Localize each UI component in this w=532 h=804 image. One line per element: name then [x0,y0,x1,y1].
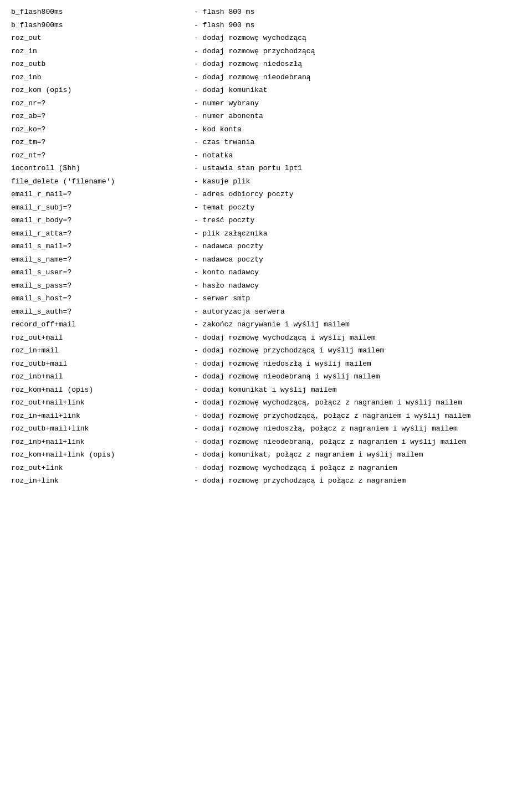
command-desc: - autoryzacja serwera [188,305,521,319]
table-row: roz_out+mail- dodaj rozmowę wychodzącą i… [11,331,521,345]
command-desc: - dodaj rozmowę wychodzącą [188,32,521,45]
table-row: roz_in+mail- dodaj rozmowę przychodzącą … [11,344,521,357]
table-row: roz_out+link- dodaj rozmowę wychodzącą i… [11,462,521,475]
command-key: roz_inb [11,71,188,84]
command-desc: - dodaj rozmowę wychodzącą i połącz z na… [188,462,521,475]
command-key: roz_kom+mail+link (opis) [11,448,188,462]
command-key: email_s_host=? [11,292,188,305]
table-row: roz_in- dodaj rozmowę przychodzącą [11,45,521,58]
command-key: email_s_mail=? [11,240,188,253]
table-row: roz_inb- dodaj rozmowę nieodebraną [11,71,521,84]
command-key: roz_out [11,32,188,45]
command-key: roz_kom+mail (opis) [11,383,188,397]
command-desc: - dodaj rozmowę niedoszłą i wyślij maile… [188,357,521,371]
table-row: roz_inb+mail+link- dodaj rozmowę nieodeb… [11,436,521,449]
command-key: email_r_atta=? [11,227,188,240]
command-key: email_r_body=? [11,214,188,227]
table-row: roz_nr=?- numer wybrany [11,97,521,110]
command-key: roz_in+link [11,474,188,488]
command-key: iocontroll ($hh) [11,162,188,175]
command-desc: - numer abonenta [188,110,521,123]
command-key: roz_outb [11,58,188,71]
command-desc: - dodaj rozmowę przychodzącą i połącz z … [188,474,521,488]
commands-table: b_flash800ms- flash 800 msb_flash900ms- … [11,6,521,488]
table-row: roz_inb+mail- dodaj rozmowę nieodebraną … [11,370,521,383]
command-key: roz_inb+mail [11,370,188,383]
command-key: roz_in+mail [11,344,188,357]
command-key: roz_in [11,45,188,58]
command-key: roz_outb+mail+link [11,422,188,436]
command-key: roz_kom (opis) [11,84,188,97]
command-key: roz_outb+mail [11,357,188,371]
command-key: roz_inb+mail+link [11,436,188,449]
command-desc: - flash 900 ms [188,19,521,32]
table-row: roz_outb- dodaj rozmowę niedoszłą [11,58,521,71]
command-desc: - dodaj komunikat [188,84,521,97]
table-row: email_s_host=?- serwer smtp [11,292,521,305]
command-key: roz_tm=? [11,136,188,149]
table-row: email_r_atta=?- plik załącznika [11,227,521,240]
command-desc: - czas trwania [188,136,521,149]
command-key: roz_out+mail [11,331,188,345]
table-row: b_flash800ms- flash 800 ms [11,6,521,19]
table-row: roz_nt=?- notatka [11,149,521,162]
table-row: file_delete ('filename')- kasuje plik [11,175,521,188]
command-desc: - notatka [188,149,521,162]
command-desc: - dodaj rozmowę nieodebraną, połącz z na… [188,436,521,449]
table-row: roz_outb+mail- dodaj rozmowę niedoszłą i… [11,357,521,371]
command-desc: - dodaj rozmowę wychodzącą i wyślij mail… [188,331,521,345]
command-key: roz_nr=? [11,97,188,110]
table-row: email_s_mail=?- nadawca poczty [11,240,521,253]
command-key: email_s_auth=? [11,305,188,319]
command-key: email_s_name=? [11,253,188,267]
command-desc: - dodaj rozmowę przychodzącą, połącz z n… [188,409,521,423]
command-key: roz_ab=? [11,110,188,123]
table-row: roz_ko=?- kod konta [11,123,521,136]
command-desc: - dodaj rozmowę przychodzącą i wyślij ma… [188,344,521,357]
command-key: email_s_pass=? [11,279,188,293]
table-row: roz_tm=?- czas trwania [11,136,521,149]
command-key: roz_ko=? [11,123,188,136]
command-desc: - numer wybrany [188,97,521,110]
table-row: roz_kom (opis)- dodaj komunikat [11,84,521,97]
command-desc: - hasło nadawcy [188,279,521,293]
command-desc: - nadawca poczty [188,253,521,267]
command-desc: - flash 800 ms [188,6,521,19]
table-row: iocontroll ($hh)- ustawia stan portu lpt… [11,162,521,175]
command-key: roz_out+link [11,462,188,475]
command-desc: - dodaj rozmowę nieodebraną i wyślij mai… [188,370,521,383]
table-row: roz_out- dodaj rozmowę wychodzącą [11,32,521,45]
command-desc: - kasuje plik [188,175,521,188]
command-desc: - zakończ nagrywanie i wyślij mailem [188,318,521,331]
table-row: email_s_pass=?- hasło nadawcy [11,279,521,293]
command-desc: - dodaj komunikat, połącz z nagraniem i … [188,448,521,462]
command-desc: - dodaj rozmowę przychodzącą [188,45,521,58]
command-desc: - plik załącznika [188,227,521,240]
command-key: email_r_subj=? [11,201,188,214]
command-desc: - temat poczty [188,201,521,214]
command-desc: - dodaj rozmowę nieodebraną [188,71,521,84]
command-desc: - nadawca poczty [188,240,521,253]
table-row: email_r_body=?- treść poczty [11,214,521,227]
table-row: roz_out+mail+link- dodaj rozmowę wychodz… [11,396,521,409]
command-key: file_delete ('filename') [11,175,188,188]
command-desc: - ustawia stan portu lpt1 [188,162,521,175]
command-key: roz_nt=? [11,149,188,162]
table-row: record_off+mail- zakończ nagrywanie i wy… [11,318,521,331]
command-desc: - dodaj rozmowę niedoszłą, połącz z nagr… [188,422,521,436]
command-desc: - dodaj rozmowę niedoszłą [188,58,521,71]
table-row: email_r_mail=?- adres odbiorcy poczty [11,188,521,201]
command-desc: - kod konta [188,123,521,136]
command-desc: - dodaj rozmowę wychodzącą, połącz z nag… [188,396,521,409]
command-key: email_r_mail=? [11,188,188,201]
table-row: roz_in+mail+link- dodaj rozmowę przychod… [11,409,521,423]
command-desc: - adres odbiorcy poczty [188,188,521,201]
table-row: email_s_name=?- nadawca poczty [11,253,521,267]
command-key: roz_out+mail+link [11,396,188,409]
table-row: email_s_user=?- konto nadawcy [11,266,521,279]
table-row: roz_kom+mail+link (opis)- dodaj komunika… [11,448,521,462]
table-row: email_s_auth=?- autoryzacja serwera [11,305,521,319]
command-desc: - treść poczty [188,214,521,227]
command-desc: - serwer smtp [188,292,521,305]
table-row: b_flash900ms- flash 900 ms [11,19,521,32]
